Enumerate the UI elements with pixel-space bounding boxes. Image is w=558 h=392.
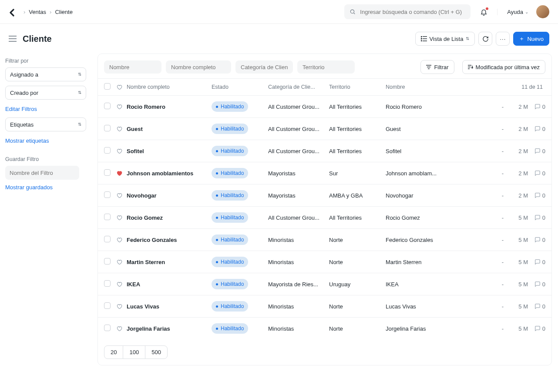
like-button[interactable]	[116, 126, 127, 132]
app-logo[interactable]	[9, 9, 15, 15]
row-id: Guest	[386, 126, 473, 132]
row-comments[interactable]: 0	[528, 303, 545, 310]
filter-tag-name[interactable]	[104, 60, 161, 74]
table-row[interactable]: Johnson amoblamientosHabilitadoMayorista…	[98, 162, 551, 184]
row-comments[interactable]: 0	[528, 237, 545, 243]
row-territory: Norte	[329, 303, 386, 310]
row-assignee: -	[473, 148, 511, 154]
row-comments[interactable]: 0	[528, 148, 545, 154]
table-row[interactable]: Federico GonzalesHabilitadoMinoristasNor…	[98, 228, 551, 251]
row-comments[interactable]: 0	[528, 259, 545, 265]
row-status: Habilitado	[212, 168, 268, 178]
user-avatar[interactable]	[536, 5, 549, 18]
table-row[interactable]: IKEAHabilitadoMayorista de Ries...Urugua…	[98, 273, 551, 295]
like-column-header[interactable]	[116, 84, 127, 90]
row-assignee: -	[473, 214, 511, 221]
table-row[interactable]: GuestHabilitadoAll Customer Grou...All T…	[98, 117, 551, 140]
row-comments[interactable]: 0	[528, 170, 545, 177]
column-status[interactable]: Estado	[212, 84, 268, 90]
show-saved-link[interactable]: Mostrar guardados	[5, 180, 86, 196]
search-input[interactable]	[360, 9, 465, 15]
row-id: Rocio Gomez	[386, 214, 473, 221]
svg-line-1	[354, 13, 355, 14]
row-id: Lucas Vivas	[386, 303, 473, 310]
row-checkbox[interactable]	[104, 147, 111, 154]
row-comments[interactable]: 0	[528, 281, 545, 288]
table-row[interactable]: Martin SterrenHabilitadoMinoristasNorteM…	[98, 251, 551, 273]
filter-name-input[interactable]	[5, 166, 79, 180]
sidebar-toggle-icon[interactable]	[9, 36, 17, 42]
like-button[interactable]	[116, 281, 127, 287]
like-button[interactable]	[116, 303, 127, 309]
like-button[interactable]	[116, 214, 127, 221]
more-menu-button[interactable]: ···	[496, 32, 510, 46]
row-comments[interactable]: 0	[528, 325, 545, 332]
row-checkbox[interactable]	[104, 236, 111, 242]
help-label: Ayuda	[507, 9, 523, 15]
pager-500[interactable]: 500	[145, 346, 167, 358]
row-name: Johnson amoblamientos	[127, 170, 212, 177]
column-territory[interactable]: Territorio	[329, 84, 386, 90]
help-menu[interactable]: Ayuda ⌄	[497, 9, 528, 15]
filter-tag-territory[interactable]	[297, 60, 355, 74]
filter-tag-category[interactable]	[235, 60, 293, 74]
row-assignee: -	[473, 104, 511, 110]
view-switcher[interactable]: Vista de Lista ⇅	[415, 32, 475, 46]
like-button[interactable]	[116, 325, 127, 332]
table-row[interactable]: Rocio GomezHabilitadoAll Customer Grou..…	[98, 206, 551, 228]
refresh-button[interactable]	[478, 32, 492, 46]
table-row[interactable]: NovohogarHabilitadoMayoristasAMBA y GBAN…	[98, 184, 551, 206]
row-comments[interactable]: 0	[528, 214, 545, 221]
like-button[interactable]	[116, 148, 127, 154]
row-status: Habilitado	[212, 279, 268, 289]
row-name: Lucas Vivas	[127, 303, 212, 310]
filter-tag-fullname[interactable]	[166, 60, 231, 74]
edit-filters-link[interactable]: Editar Filtros	[5, 104, 86, 117]
list-icon	[421, 36, 427, 41]
row-assignee: -	[473, 281, 511, 288]
like-button[interactable]	[116, 170, 127, 176]
select-all-checkbox[interactable]	[104, 83, 111, 90]
select-caret-icon: ⇅	[78, 73, 81, 76]
notifications-button[interactable]	[480, 8, 487, 16]
row-checkbox[interactable]	[104, 214, 111, 220]
table-row[interactable]: Rocio RomeroHabilitadoAll Customer Grou.…	[98, 95, 551, 117]
row-name: Sofitel	[127, 148, 212, 154]
row-checkbox[interactable]	[104, 280, 111, 287]
table-row[interactable]: Lucas VivasHabilitadoMinoristasNorteLuca…	[98, 295, 551, 317]
row-checkbox[interactable]	[104, 169, 111, 176]
row-comments[interactable]: 0	[528, 126, 545, 132]
pager-20[interactable]: 20	[104, 346, 123, 358]
save-filter-label: Guardar Filtro	[5, 149, 86, 166]
row-checkbox[interactable]	[104, 103, 111, 109]
row-name: Jorgelina Farias	[127, 325, 212, 332]
column-category[interactable]: Categoría de Clie...	[268, 84, 329, 90]
row-comments[interactable]: 0	[528, 104, 545, 110]
like-button[interactable]	[116, 192, 127, 198]
column-name[interactable]: Nombre completo	[127, 84, 212, 90]
breadcrumb-item[interactable]: Ventas	[29, 9, 46, 15]
pager-100[interactable]: 100	[123, 346, 145, 358]
row-checkbox[interactable]	[104, 258, 111, 265]
column-id[interactable]: Nombre	[386, 84, 473, 90]
sort-button[interactable]: Modificada por última vez	[462, 60, 545, 74]
row-checkbox[interactable]	[104, 302, 111, 309]
global-search[interactable]	[344, 4, 471, 19]
like-button[interactable]	[116, 237, 127, 243]
table-row[interactable]: SofitelHabilitadoAll Customer Grou...All…	[98, 140, 551, 162]
row-checkbox[interactable]	[104, 125, 111, 131]
filter-button[interactable]: Filtrar	[420, 60, 454, 74]
tags-select[interactable]: Etiquetas ⇅	[5, 117, 86, 131]
like-button[interactable]	[116, 259, 127, 265]
table-row[interactable]: Jorgelina FariasHabilitadoMinoristasNort…	[98, 317, 551, 339]
row-comments[interactable]: 0	[528, 192, 545, 199]
ellipsis-icon: ···	[500, 36, 506, 42]
created-by-select[interactable]: Creado por ⇅	[5, 86, 86, 100]
new-button[interactable]: ＋ Nuevo	[513, 32, 549, 46]
row-checkbox[interactable]	[104, 325, 111, 331]
breadcrumb-item[interactable]: Cliente	[55, 9, 72, 15]
show-tags-link[interactable]: Mostrar etiquetas	[5, 136, 86, 149]
row-checkbox[interactable]	[104, 191, 111, 198]
like-button[interactable]	[116, 104, 127, 110]
assigned-to-select[interactable]: Asignado a ⇅	[5, 67, 86, 81]
